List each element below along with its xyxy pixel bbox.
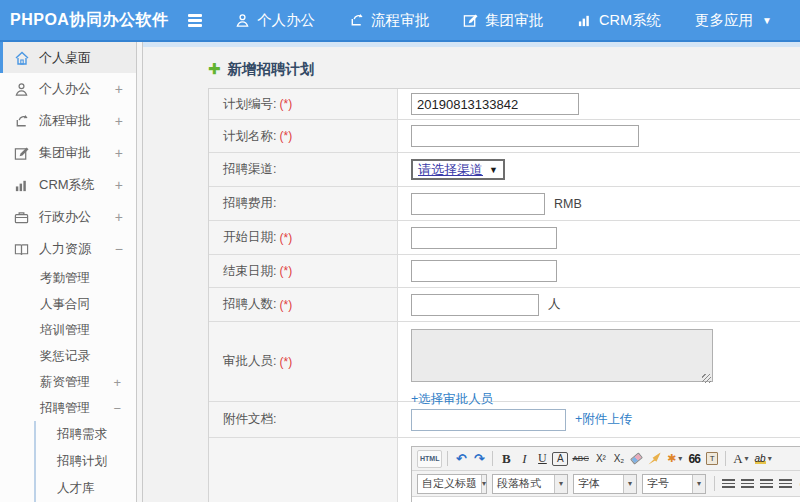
content-top-strip (143, 42, 800, 47)
start-date-input[interactable] (411, 227, 557, 249)
field-label: 招聘人数: (223, 296, 276, 313)
attachment-input[interactable] (411, 409, 566, 431)
sidebar-item-rewards[interactable]: 奖惩记录 (0, 343, 136, 369)
eraser-icon[interactable] (629, 450, 645, 468)
align-justify-icon[interactable] (777, 475, 794, 493)
superscript-button[interactable]: X² (593, 450, 609, 468)
sidebar-item-process-approval[interactable]: 流程审批 + (0, 105, 136, 137)
top-navbar: PHPOA协同办公软件 个人办公 流程审批 集团审批 CRM系统 (0, 0, 800, 42)
strikethrough-button[interactable]: ABC (570, 450, 590, 468)
recruit-submenu: 招聘需求 招聘计划 人才库 (34, 421, 136, 502)
main-content: ✚ 新增招聘计划 计划编号: (*) 计划名称: (*) (143, 42, 800, 502)
sidebar-item-salary[interactable]: 薪资管理 + (0, 369, 136, 395)
align-right-icon[interactable] (758, 475, 775, 493)
nav-personal-office[interactable]: 个人办公 (235, 11, 315, 30)
font-color-button[interactable]: A ▾ (731, 450, 750, 468)
undo-icon[interactable]: ↶ (453, 450, 469, 468)
font-size-select[interactable]: 字号 ▾ (642, 474, 706, 494)
field-label: 审批人员: (223, 353, 276, 370)
sidebar-scrollbar[interactable] (136, 42, 143, 502)
sidebar-item-training[interactable]: 培训管理 (0, 317, 136, 343)
sidebar-item-recruit-demand[interactable]: 招聘需求 (36, 421, 136, 448)
form-row-approvers: 审批人员: (*) +选择审批人员 (209, 322, 800, 402)
sidebar-item-desktop[interactable]: 个人桌面 (0, 42, 136, 73)
book-icon (13, 241, 30, 258)
form-row-plan-name: 计划名称: (*) (209, 120, 800, 153)
expand-plus-icon[interactable]: + (115, 81, 123, 97)
collapse-minus-icon[interactable]: − (115, 241, 123, 257)
sidebar-item-group-approval[interactable]: 集团审批 + (0, 137, 136, 169)
field-label: 结束日期: (223, 263, 276, 280)
expand-plus-icon[interactable]: + (115, 113, 123, 129)
form-row-headcount: 招聘人数: (*) 人 (209, 288, 800, 322)
expand-plus-icon[interactable]: + (115, 177, 123, 193)
resize-grip-icon[interactable] (702, 374, 711, 383)
collapse-minus-icon[interactable]: − (113, 401, 121, 416)
sidebar-item-admin-office[interactable]: 行政办公 + (0, 201, 136, 233)
nav-more-apps[interactable]: 更多应用 ▼ (695, 11, 772, 30)
required-mark: (*) (279, 97, 292, 111)
italic-button[interactable]: I (516, 450, 532, 468)
subscript-button[interactable]: X₂ (611, 450, 627, 468)
bold-button[interactable]: B (498, 450, 514, 468)
clear-format-broom-icon[interactable] (647, 450, 663, 468)
format-painter-icon[interactable]: ✱ ▾ (665, 450, 684, 468)
field-label: 计划名称: (223, 128, 276, 145)
select-caret-icon: ▾ (481, 475, 486, 493)
nav-crm-system[interactable]: CRM系统 (577, 11, 661, 30)
sidebar-item-recruit-plan[interactable]: 招聘计划 (36, 448, 136, 475)
select-caret-icon: ▾ (623, 475, 636, 493)
editor-toolbar-row2: 自定义标题 ▾ 段落格式 ▾ 字体 ▾ (412, 471, 800, 497)
paste-icon[interactable]: T (704, 450, 720, 468)
rich-text-editor: HTML ↶ ↷ B I U A ABC X² X₂ (411, 446, 800, 502)
highlight-color-button[interactable]: ab ▾ (753, 450, 774, 468)
edit-square-icon (13, 145, 30, 162)
align-left-icon[interactable] (720, 475, 737, 493)
sidebar-item-hr-contract[interactable]: 人事合同 (0, 291, 136, 317)
fee-input[interactable] (411, 193, 545, 215)
field-label: 招聘费用: (223, 195, 276, 212)
sidebar-item-recruit-mgmt[interactable]: 招聘管理 − (0, 395, 136, 421)
sidebar-item-talent-pool[interactable]: 人才库 (36, 475, 136, 502)
sidebar-item-attendance[interactable]: 考勤管理 (0, 265, 136, 291)
plan-name-input[interactable] (411, 125, 639, 147)
sidebar-item-crm[interactable]: CRM系统 + (0, 169, 136, 201)
expand-plus-icon[interactable]: + (115, 209, 123, 225)
redo-icon[interactable]: ↷ (471, 450, 487, 468)
plan-number-input[interactable] (411, 93, 579, 115)
underline-button[interactable]: U (534, 450, 550, 468)
hamburger-menu-icon[interactable] (185, 13, 205, 27)
font-family-select[interactable]: 字体 ▾ (573, 474, 637, 494)
fee-unit-label: RMB (554, 197, 582, 211)
headcount-input[interactable] (411, 294, 539, 316)
attachment-upload-link[interactable]: +附件上传 (575, 411, 632, 428)
person-icon (13, 81, 30, 98)
insert-link-icon[interactable]: ∞ (796, 475, 800, 493)
end-date-input[interactable] (411, 260, 557, 282)
page-title-bar: ✚ 新增招聘计划 (208, 59, 800, 79)
custom-title-select[interactable]: 自定义标题 ▾ (417, 474, 487, 494)
paragraph-format-select[interactable]: 段落格式 ▾ (492, 474, 568, 494)
field-label: 开始日期: (223, 229, 276, 246)
bar-chart-icon (13, 177, 30, 194)
blockquote-button[interactable]: 66 (686, 450, 702, 468)
font-style-button[interactable]: A (552, 452, 568, 466)
nav-process-approval[interactable]: 流程审批 (349, 11, 429, 30)
sidebar-item-personal-office[interactable]: 个人办公 + (0, 73, 136, 105)
approvers-textarea[interactable] (411, 329, 713, 382)
sidebar-item-hr[interactable]: 人力资源 − (0, 233, 136, 265)
expand-plus-icon[interactable]: + (113, 375, 121, 390)
form-row-start-date: 开始日期: (*) (209, 221, 800, 255)
form-row-end-date: 结束日期: (*) (209, 255, 800, 288)
edit-square-icon (463, 13, 478, 28)
required-mark: (*) (279, 298, 292, 312)
select-caret-icon: ▾ (692, 475, 705, 493)
nav-group-approval[interactable]: 集团审批 (463, 11, 543, 30)
align-center-icon[interactable] (739, 475, 756, 493)
channel-select[interactable]: 请选择渠道 ▼ (411, 159, 505, 180)
editor-content-area[interactable] (412, 497, 800, 502)
html-source-button[interactable]: HTML (417, 450, 442, 468)
expand-plus-icon[interactable]: + (115, 145, 123, 161)
sidebar: 个人桌面 个人办公 + 流程审批 + 集团审批 + (0, 42, 136, 502)
field-label: 计划编号: (223, 96, 276, 113)
